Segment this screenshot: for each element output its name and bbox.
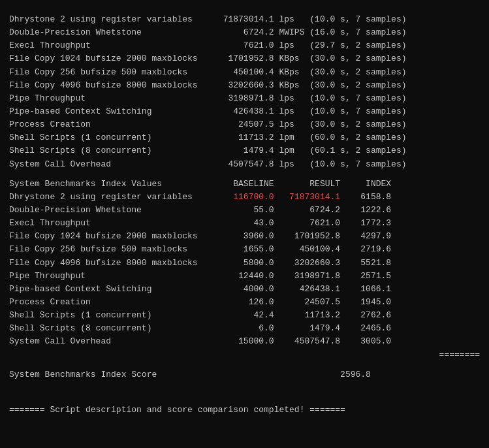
- benchmark-table-item: Shell Scripts (8 concurrent) 6.0 1479.4 …: [9, 322, 480, 335]
- benchmark-top-item: Shell Scripts (1 concurrent) 11713.2 lpm…: [9, 131, 480, 144]
- score-line: System Benchmarks Index Score 2596.8: [9, 368, 480, 381]
- table-header-row: System Benchmarks Index Values BASELINE …: [9, 178, 480, 191]
- benchmarks-table-section: Dhrystone 2 using register variables 116…: [9, 191, 480, 349]
- benchmark-table-item: File Copy 4096 bufsize 8000 maxblocks 58…: [9, 257, 480, 270]
- benchmark-top-item: Pipe-based Context Switching 426438.1 lp…: [9, 105, 480, 118]
- footer-line: ======= Script description and score com…: [9, 404, 480, 417]
- benchmark-top-item: Double-Precision Whetstone 6724.2 MWIPS …: [9, 26, 480, 39]
- benchmark-table-item: Pipe Throughput 12440.0 3198971.8 2571.5: [9, 270, 480, 283]
- benchmark-top-item: Dhrystone 2 using register variables 718…: [9, 13, 480, 26]
- benchmark-table-item: Double-Precision Whetstone 55.0 6724.2 1…: [9, 204, 480, 217]
- benchmark-top-item: Pipe Throughput 3198971.8 lps (10.0 s, 7…: [9, 92, 480, 105]
- equals-row: ========: [9, 349, 480, 362]
- benchmark-top-item: File Copy 4096 bufsize 8000 maxblocks 32…: [9, 79, 480, 92]
- benchmark-table-item: Pipe-based Context Switching 4000.0 4264…: [9, 283, 480, 296]
- benchmark-top-item: Process Creation 24507.5 lps (30.0 s, 2 …: [9, 118, 480, 131]
- benchmark-table-item: File Copy 256 bufsize 500 maxblocks 1655…: [9, 243, 480, 256]
- benchmark-top-item: Shell Scripts (8 concurrent) 1479.4 lpm …: [9, 144, 480, 157]
- benchmark-top-item: File Copy 256 bufsize 500 maxblocks 4501…: [9, 66, 480, 79]
- benchmark-table-item: Dhrystone 2 using register variables 116…: [9, 191, 480, 204]
- benchmark-table-item: File Copy 1024 bufsize 2000 maxblocks 39…: [9, 230, 480, 243]
- benchmark-table-item: Process Creation 126.0 24507.5 1945.0: [9, 296, 480, 309]
- benchmark-top-item: System Call Overhead 4507547.8 lps (10.0…: [9, 158, 480, 171]
- benchmark-table-item: Shell Scripts (1 concurrent) 42.4 11713.…: [9, 309, 480, 322]
- benchmark-table-item: Execl Throughput 43.0 7621.0 1772.3: [9, 217, 480, 230]
- benchmark-top-item: File Copy 1024 bufsize 2000 maxblocks 17…: [9, 52, 480, 65]
- benchmark-table-item: System Call Overhead 15000.0 4507547.8 3…: [9, 335, 480, 348]
- benchmarks-top-section: Dhrystone 2 using register variables 718…: [9, 13, 480, 171]
- benchmark-top-item: Execl Throughput 7621.0 lps (29.7 s, 2 s…: [9, 39, 480, 52]
